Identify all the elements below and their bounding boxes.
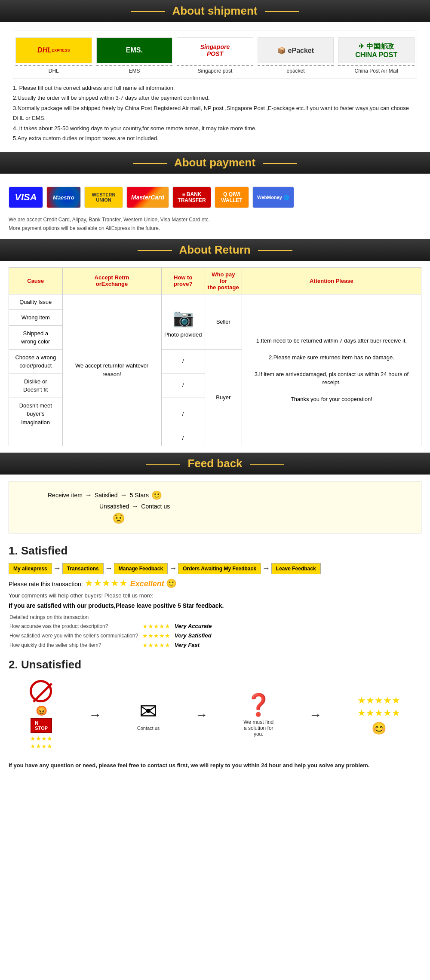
rating-row-2: How satisfied were you with the seller's… xyxy=(9,631,215,640)
table-row: Quality Issue We accept returnfor wahtev… xyxy=(9,294,421,310)
rating-stars-3: ★★★★★ xyxy=(142,641,174,649)
chinapost-logo-box: ✈ 中国邮政CHINA POST xyxy=(338,37,415,63)
th-cause: Cause xyxy=(9,267,63,294)
cause-empty xyxy=(9,430,63,446)
arrow-icon: → xyxy=(132,502,138,510)
camera-icon: 📷 xyxy=(164,305,202,331)
satisfied-label: Satisfied xyxy=(95,492,118,499)
unsat-question-col: ❓ We must finda solution foryou. xyxy=(243,692,273,737)
th-prove: How to prove? xyxy=(161,267,205,294)
chinapost-label: China Post Air Mail xyxy=(336,68,417,74)
return-title: About Return xyxy=(179,243,250,256)
step-arrow: → xyxy=(168,564,178,573)
maestro-logo: Maestro xyxy=(46,187,81,208)
positive-text: If you are satisfied with our products,P… xyxy=(9,602,421,609)
ems-label: EMS xyxy=(94,68,175,74)
prove-photo: 📷 Photo provided xyxy=(161,294,205,349)
step-arrow: → xyxy=(261,564,271,573)
step-orders: Orders Awaiting My Feedback xyxy=(178,563,261,574)
return-section: Cause Accept RetrnorExchange How to prov… xyxy=(0,261,430,453)
return-table: Cause Accept RetrnorExchange How to prov… xyxy=(9,267,421,446)
prove-slash-4: / xyxy=(161,430,205,446)
payment-note-line2: More payment options will be available o… xyxy=(9,224,421,233)
shipment-note-4: 4. It takes about 25-50 working days to … xyxy=(13,123,417,133)
stars-display: ★★★★★ xyxy=(85,578,130,588)
qiwi-logo: Q QIWIWALLET xyxy=(215,187,249,208)
rating-stars-2: ★★★★★ xyxy=(142,631,174,640)
excellent-label: Excellent xyxy=(130,579,164,588)
contact-label: Contact us xyxy=(141,503,170,510)
cause-wrong-item: Wrong item xyxy=(9,310,63,326)
flow-row-unsatisfied: Unsatisfied → Contact us xyxy=(99,502,170,510)
question-mark-icon: ❓ xyxy=(245,692,272,717)
contact-us-label: Contact us xyxy=(137,726,160,731)
sg-logo: SingaporePOST Singapore post xyxy=(175,35,255,74)
dhl-logo: DHLEXPRESS DHL xyxy=(13,35,94,74)
bottom-text: If you have any question or need, please… xyxy=(9,756,421,775)
postage-buyer: Buyer xyxy=(205,349,242,446)
step-leave: Leave Feedback xyxy=(271,563,321,574)
solution-label: We must finda solution foryou. xyxy=(243,719,273,737)
bank-transfer-logo: ≡ BANKTRANSFER xyxy=(172,187,211,208)
payment-note-line1: We are accept Credit Card, Alipay, Bank … xyxy=(9,216,421,224)
epacket-label: epacket xyxy=(255,68,336,74)
th-postage: Who pay forthe postage xyxy=(205,267,242,294)
payment-title: About payment xyxy=(174,156,255,169)
cause-imagination: Doesn't meetbuyer's imagination xyxy=(9,398,63,430)
feedback-box: Receive item → Satisfied → 5 Stars 🙂 Uns… xyxy=(9,481,421,533)
cause-dislike: Dislike orDoesn't fit xyxy=(9,374,63,398)
smile-emoji: 🙂 xyxy=(151,490,162,500)
attention-text: 1.Item need to be returned within 7 days… xyxy=(242,294,421,446)
rating-desc-3: Very Fast xyxy=(175,641,215,649)
payment-note: We are accept Credit Card, Alipay, Bank … xyxy=(9,216,421,232)
step-trans: Transactions xyxy=(62,563,104,574)
shipment-note-5: 5.Any extra custom duties or import taxe… xyxy=(13,133,417,143)
rating-row-1: How accurate was the product description… xyxy=(9,622,215,631)
bad-stars: ★★★★★★★★ xyxy=(30,735,52,750)
payment-logos: VISA Maestro WESTERNUNION MasterCard ≡ B… xyxy=(9,182,421,212)
satisfied-heading: 1. Satisfied xyxy=(9,540,421,560)
prove-slash-2: / xyxy=(161,374,205,398)
chinapost-logo: ✈ 中国邮政CHINA POST China Post Air Mail xyxy=(336,35,417,74)
unsat-email-col: ✉ Contact us xyxy=(137,699,160,731)
step-manage: Manage Feedback xyxy=(114,563,168,574)
smile-emoji-2: 🙂 xyxy=(166,579,177,588)
th-accept: Accept RetrnorExchange xyxy=(62,267,161,294)
rating-desc-2: Very Satisfied xyxy=(175,631,215,640)
epacket-logo: 📦 ePacket epacket xyxy=(255,35,336,74)
steps-flow: My aliexpress → Transactions → Manage Fe… xyxy=(9,563,421,574)
sg-logo-box: SingaporePOST xyxy=(177,37,253,63)
shipment-note-2: 2.Usually the order will be shipped with… xyxy=(13,93,417,103)
unsat-no-col: 😡 NSTOP ★★★★★★★★ xyxy=(30,680,53,750)
shipment-section: DHLEXPRESS DHL EMS. EMS SingaporePOST Si… xyxy=(0,22,430,152)
ems-logo: EMS. EMS xyxy=(94,35,175,74)
step-arrow: → xyxy=(52,564,62,573)
ratings-table: Detailed ratings on this transaction How… xyxy=(9,612,216,650)
dhl-logo-box: DHLEXPRESS xyxy=(15,37,92,63)
angry-emoji: 😡 xyxy=(36,705,47,717)
unsat-flow: 😡 NSTOP ★★★★★★★★ → ✉ Contact us → ❓ We m… xyxy=(9,674,421,756)
receive-label: Receive item xyxy=(48,492,83,499)
unsatisfied-label: Unsatisfied xyxy=(99,503,129,510)
flow-arrow-2: → xyxy=(195,707,208,722)
prove-slash-1: / xyxy=(161,349,205,374)
epacket-logo-box: 📦 ePacket xyxy=(258,37,334,63)
payment-section: VISA Maestro WESTERNUNION MasterCard ≡ B… xyxy=(0,174,430,239)
ratings-heading: Detailed ratings on this transaction xyxy=(9,613,215,621)
sg-label: Singapore post xyxy=(175,68,255,74)
flow-row-satisfied: Receive item → Satisfied → 5 Stars 🙂 xyxy=(48,490,162,500)
accept-all: We accept returnfor wahtever reason! xyxy=(62,294,161,446)
postage-seller: Seller xyxy=(205,294,242,349)
shipment-note-3: 3.Normally package will be shipped freel… xyxy=(13,103,417,123)
flow-arrow-1: → xyxy=(89,707,101,722)
ratings-heading-row: Detailed ratings on this transaction xyxy=(9,613,215,621)
unsatisfied-heading: 2. Unsatisfied xyxy=(9,654,421,674)
feedback-flow: Receive item → Satisfied → 5 Stars 🙂 Uns… xyxy=(22,490,408,524)
shipment-notes: 1. Please fill out the correct address a… xyxy=(13,79,417,147)
cause-quality: Quality Issue xyxy=(9,294,63,310)
no-sign-icon xyxy=(30,680,53,704)
shipment-title: About shipment xyxy=(172,4,258,17)
rating-desc-1: Very Accurate xyxy=(175,622,215,631)
rate-label: Please rate this transaction: xyxy=(9,581,83,588)
flow-arrow-3: → xyxy=(309,707,322,722)
